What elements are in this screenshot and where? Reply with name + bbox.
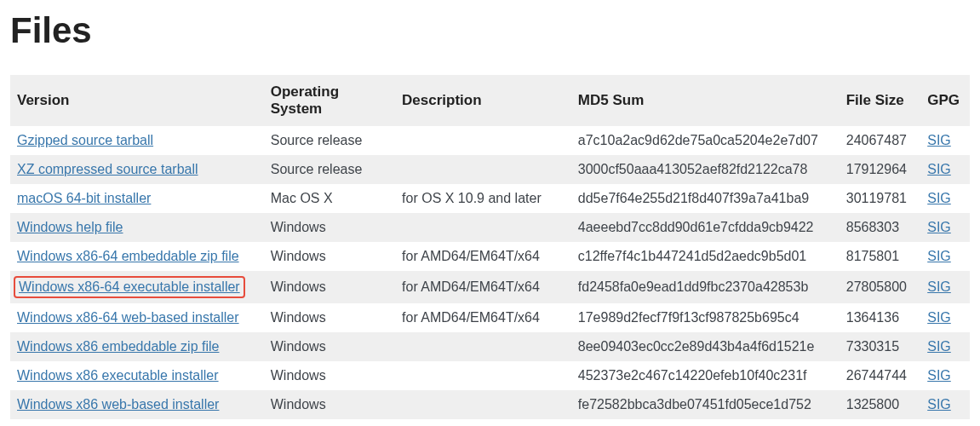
cell-description: for OS X 10.9 and later	[395, 184, 571, 213]
version-link[interactable]: macOS 64-bit installer	[17, 191, 151, 205]
cell-gpg: SIG	[920, 303, 970, 332]
cell-size: 1364136	[840, 303, 920, 332]
cell-version: Windows x86-64 web-based installer	[10, 303, 264, 332]
header-gpg: GPG	[920, 75, 970, 126]
cell-os: Windows	[264, 242, 395, 271]
table-row: Windows x86-64 embeddable zip fileWindow…	[10, 242, 970, 271]
cell-gpg: SIG	[920, 242, 970, 271]
cell-size: 8568303	[840, 213, 920, 242]
version-link[interactable]: Windows x86 web-based installer	[17, 397, 219, 412]
table-row: XZ compressed source tarballSource relea…	[10, 155, 970, 184]
cell-description	[395, 332, 571, 361]
cell-version: macOS 64-bit installer	[10, 184, 264, 213]
header-description: Description	[395, 75, 571, 126]
gpg-link[interactable]: SIG	[927, 279, 951, 294]
cell-md5: 452373e2c467c14220efeb10f40c231f	[571, 361, 840, 390]
cell-description	[395, 213, 571, 242]
cell-description: for AMD64/EM64T/x64	[395, 242, 571, 271]
version-link[interactable]: Windows help file	[17, 220, 123, 234]
header-md5: MD5 Sum	[571, 75, 840, 126]
cell-version: Windows x86-64 executable installer	[10, 271, 264, 303]
gpg-link[interactable]: SIG	[927, 249, 951, 263]
cell-md5: c12ffe7f4c1b447241d5d2aedc9b5d01	[571, 242, 840, 271]
highlight-box: Windows x86-64 executable installer	[14, 276, 245, 298]
table-row: Windows x86 embeddable zip fileWindows8e…	[10, 332, 970, 361]
cell-description: for AMD64/EM64T/x64	[395, 271, 571, 303]
cell-gpg: SIG	[920, 184, 970, 213]
cell-os: Source release	[264, 155, 395, 184]
cell-os: Windows	[264, 271, 395, 303]
version-link[interactable]: Windows x86-64 embeddable zip file	[17, 249, 239, 263]
version-link[interactable]: Gzipped source tarball	[17, 133, 153, 147]
cell-os: Mac OS X	[264, 184, 395, 213]
gpg-link[interactable]: SIG	[927, 368, 951, 383]
cell-md5: fd2458fa0e9ead1dd9fbc2370a42853b	[571, 271, 840, 303]
cell-size: 24067487	[840, 126, 920, 155]
cell-size: 27805800	[840, 271, 920, 303]
cell-description	[395, 361, 571, 390]
cell-version: Windows x86 web-based installer	[10, 390, 264, 419]
cell-gpg: SIG	[920, 126, 970, 155]
cell-description: for AMD64/EM64T/x64	[395, 303, 571, 332]
cell-version: XZ compressed source tarball	[10, 155, 264, 184]
table-row: macOS 64-bit installerMac OS Xfor OS X 1…	[10, 184, 970, 213]
cell-gpg: SIG	[920, 155, 970, 184]
cell-size: 1325800	[840, 390, 920, 419]
cell-size: 30119781	[840, 184, 920, 213]
version-link[interactable]: XZ compressed source tarball	[17, 162, 198, 176]
cell-size: 26744744	[840, 361, 920, 390]
gpg-link[interactable]: SIG	[927, 220, 951, 234]
cell-md5: 17e989d2fecf7f9f13cf987825b695c4	[571, 303, 840, 332]
header-os: Operating System	[264, 75, 395, 126]
cell-os: Windows	[264, 303, 395, 332]
cell-description	[395, 390, 571, 419]
cell-description	[395, 126, 571, 155]
cell-md5: fe72582bbca3dbe07451fd05ece1d752	[571, 390, 840, 419]
cell-version: Windows x86 executable installer	[10, 361, 264, 390]
cell-size: 7330315	[840, 332, 920, 361]
table-row: Windows x86-64 web-based installerWindow…	[10, 303, 970, 332]
header-version: Version	[10, 75, 264, 126]
table-row: Windows x86 web-based installerWindowsfe…	[10, 390, 970, 419]
cell-os: Windows	[264, 213, 395, 242]
cell-gpg: SIG	[920, 271, 970, 303]
cell-version: Windows help file	[10, 213, 264, 242]
page-title: Files	[10, 10, 970, 51]
cell-os: Windows	[264, 361, 395, 390]
cell-md5: 3000cf50aaa413052aef82fd2122ca78	[571, 155, 840, 184]
files-table: Version Operating System Description MD5…	[10, 75, 970, 419]
cell-gpg: SIG	[920, 361, 970, 390]
cell-os: Windows	[264, 332, 395, 361]
table-row: Windows x86 executable installerWindows4…	[10, 361, 970, 390]
cell-os: Windows	[264, 390, 395, 419]
version-link[interactable]: Windows x86 executable installer	[17, 368, 219, 383]
cell-description	[395, 155, 571, 184]
header-size: File Size	[840, 75, 920, 126]
cell-version: Windows x86-64 embeddable zip file	[10, 242, 264, 271]
gpg-link[interactable]: SIG	[927, 191, 951, 205]
gpg-link[interactable]: SIG	[927, 133, 951, 147]
table-row: Gzipped source tarballSource releasea7c1…	[10, 126, 970, 155]
cell-gpg: SIG	[920, 390, 970, 419]
cell-md5: dd5e7f64e255d21f8d407f39a7a41ba9	[571, 184, 840, 213]
version-link[interactable]: Windows x86-64 executable installer	[19, 279, 240, 294]
cell-md5: 8ee09403ec0cc2e89d43b4a4f6d1521e	[571, 332, 840, 361]
cell-version: Windows x86 embeddable zip file	[10, 332, 264, 361]
gpg-link[interactable]: SIG	[927, 397, 951, 412]
gpg-link[interactable]: SIG	[927, 339, 951, 354]
table-row: Windows x86-64 executable installerWindo…	[10, 271, 970, 303]
cell-size: 8175801	[840, 242, 920, 271]
table-header-row: Version Operating System Description MD5…	[10, 75, 970, 126]
version-link[interactable]: Windows x86-64 web-based installer	[17, 310, 239, 325]
table-row: Windows help fileWindows4aeeebd7cc8dd90d…	[10, 213, 970, 242]
cell-version: Gzipped source tarball	[10, 126, 264, 155]
gpg-link[interactable]: SIG	[927, 310, 951, 325]
cell-os: Source release	[264, 126, 395, 155]
version-link[interactable]: Windows x86 embeddable zip file	[17, 339, 219, 354]
cell-md5: a7c10a2ac9d62de75a0ca5204e2e7d07	[571, 126, 840, 155]
cell-gpg: SIG	[920, 332, 970, 361]
gpg-link[interactable]: SIG	[927, 162, 951, 176]
cell-gpg: SIG	[920, 213, 970, 242]
cell-md5: 4aeeebd7cc8dd90d61e7cfdda9cb9422	[571, 213, 840, 242]
cell-size: 17912964	[840, 155, 920, 184]
